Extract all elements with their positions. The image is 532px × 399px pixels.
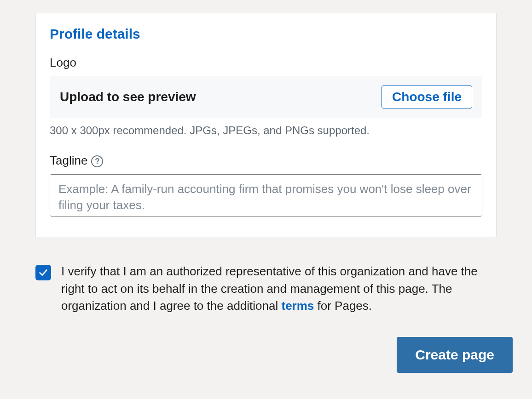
verification-text: I verify that I am an authorized represe… xyxy=(61,263,497,315)
verification-text-after: for Pages. xyxy=(314,299,372,313)
choose-file-button[interactable]: Choose file xyxy=(382,86,472,108)
verification-text-before: I verify that I am an authorized represe… xyxy=(61,264,478,313)
logo-upload-row: Upload to see preview Choose file xyxy=(50,76,482,118)
tagline-input[interactable] xyxy=(50,174,482,217)
section-title: Profile details xyxy=(50,26,482,42)
create-page-button[interactable]: Create page xyxy=(397,337,513,373)
terms-link[interactable]: terms xyxy=(281,299,314,313)
action-row: Create page xyxy=(35,337,513,373)
tagline-label: Tagline ? xyxy=(50,154,482,168)
tagline-label-text: Tagline xyxy=(50,154,87,168)
logo-label: Logo xyxy=(50,56,482,70)
check-icon xyxy=(38,268,48,278)
logo-helper-text: 300 x 300px recommended. JPGs, JPEGs, an… xyxy=(50,124,482,137)
verification-row: I verify that I am an authorized represe… xyxy=(35,263,497,315)
verification-checkbox[interactable] xyxy=(35,265,51,280)
help-icon[interactable]: ? xyxy=(91,155,103,167)
upload-preview-text: Upload to see preview xyxy=(60,90,196,104)
profile-details-card: Profile details Logo Upload to see previ… xyxy=(35,13,497,237)
